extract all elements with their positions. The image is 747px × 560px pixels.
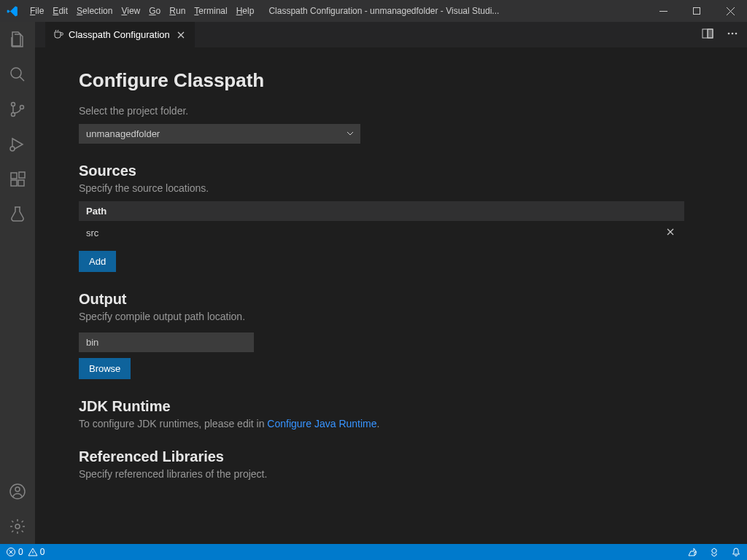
jdk-desc: To configure JDK runtimes, please edit i… bbox=[79, 418, 703, 429]
feedback-icon[interactable] bbox=[687, 547, 697, 557]
editor-actions bbox=[702, 22, 747, 47]
status-bar: 0 0 bbox=[0, 544, 747, 560]
svg-point-12 bbox=[15, 487, 20, 491]
tab-classpath-configuration[interactable]: Classpath Configuration bbox=[45, 22, 195, 47]
sources-desc: Specify the source locations. bbox=[79, 182, 703, 194]
menu-run[interactable]: Run bbox=[165, 3, 190, 19]
svg-point-18 bbox=[735, 32, 738, 34]
testing-icon[interactable] bbox=[0, 197, 35, 232]
explorer-icon[interactable] bbox=[0, 22, 35, 57]
sources-heading: Sources bbox=[79, 163, 703, 179]
svg-point-2 bbox=[11, 68, 21, 78]
content-pane: Configure Classpath Select the project f… bbox=[35, 47, 747, 544]
svg-point-4 bbox=[12, 113, 15, 117]
vscode-logo bbox=[0, 5, 26, 18]
sources-table: Path src bbox=[79, 201, 684, 245]
svg-rect-8 bbox=[11, 180, 17, 186]
menu-help[interactable]: Help bbox=[232, 3, 259, 19]
tab-title: Classpath Configuration bbox=[69, 29, 170, 40]
source-path-cell: src bbox=[86, 228, 664, 238]
tab-bar: Classpath Configuration bbox=[35, 22, 747, 47]
svg-rect-9 bbox=[18, 180, 24, 186]
more-actions-icon[interactable] bbox=[727, 28, 738, 42]
minimize-icon[interactable] bbox=[646, 0, 680, 22]
project-select-label: Select the project folder. bbox=[79, 105, 703, 117]
page-title: Configure Classpath bbox=[79, 69, 703, 92]
java-status-icon[interactable] bbox=[709, 547, 719, 557]
refs-desc: Specify referenced libraries of the proj… bbox=[79, 468, 703, 480]
window-controls bbox=[646, 0, 747, 22]
menu-selection[interactable]: Selection bbox=[72, 3, 117, 19]
menu-go[interactable]: Go bbox=[144, 3, 165, 19]
split-editor-icon[interactable] bbox=[702, 28, 713, 42]
svg-rect-15 bbox=[708, 29, 713, 38]
output-desc: Specify compile output path location. bbox=[79, 311, 703, 322]
maximize-icon[interactable] bbox=[680, 0, 713, 22]
add-source-button[interactable]: Add bbox=[79, 251, 116, 272]
coffee-cup-icon bbox=[53, 28, 64, 42]
activity-bar bbox=[0, 22, 35, 544]
menu-terminal[interactable]: Terminal bbox=[190, 3, 231, 19]
menu-bar: File Edit Selection View Go Run Terminal… bbox=[26, 3, 258, 19]
search-icon[interactable] bbox=[0, 57, 35, 92]
close-icon[interactable] bbox=[713, 0, 747, 22]
svg-point-17 bbox=[732, 32, 734, 34]
svg-point-13 bbox=[15, 524, 20, 529]
menu-file[interactable]: File bbox=[26, 3, 48, 19]
refs-heading: Referenced Libraries bbox=[79, 448, 703, 465]
menu-edit[interactable]: Edit bbox=[48, 3, 72, 19]
close-tab-icon[interactable] bbox=[174, 28, 187, 42]
errors-status[interactable]: 0 bbox=[6, 547, 23, 557]
notifications-icon[interactable] bbox=[731, 547, 741, 557]
output-path-input[interactable] bbox=[79, 332, 254, 352]
remove-row-icon[interactable] bbox=[664, 225, 677, 241]
title-bar: File Edit Selection View Go Run Terminal… bbox=[0, 0, 747, 22]
editor-area: Classpath Configuration Configure Classp… bbox=[35, 22, 747, 544]
extensions-icon[interactable] bbox=[0, 162, 35, 197]
project-folder-select[interactable]: unmanagedfolder bbox=[79, 124, 360, 144]
svg-rect-7 bbox=[11, 173, 17, 179]
browse-button[interactable]: Browse bbox=[79, 358, 131, 379]
jdk-heading: JDK Runtime bbox=[79, 398, 703, 415]
warnings-status[interactable]: 0 bbox=[28, 547, 45, 557]
sources-col-header: Path bbox=[79, 201, 684, 221]
svg-point-6 bbox=[10, 147, 15, 151]
svg-rect-0 bbox=[659, 11, 667, 12]
menu-view[interactable]: View bbox=[117, 3, 144, 19]
settings-gear-icon[interactable] bbox=[0, 509, 35, 544]
svg-rect-1 bbox=[693, 7, 700, 14]
window-title: Classpath Configuration - unmanagedfolde… bbox=[258, 6, 646, 16]
svg-rect-10 bbox=[19, 172, 25, 178]
output-heading: Output bbox=[79, 291, 703, 308]
accounts-icon[interactable] bbox=[0, 474, 35, 509]
svg-point-5 bbox=[20, 106, 24, 109]
svg-point-16 bbox=[728, 32, 730, 34]
svg-point-3 bbox=[12, 103, 15, 106]
table-row: src bbox=[79, 221, 684, 245]
configure-java-runtime-link[interactable]: Configure Java Runtime bbox=[267, 418, 376, 429]
run-debug-icon[interactable] bbox=[0, 127, 35, 162]
source-control-icon[interactable] bbox=[0, 92, 35, 127]
